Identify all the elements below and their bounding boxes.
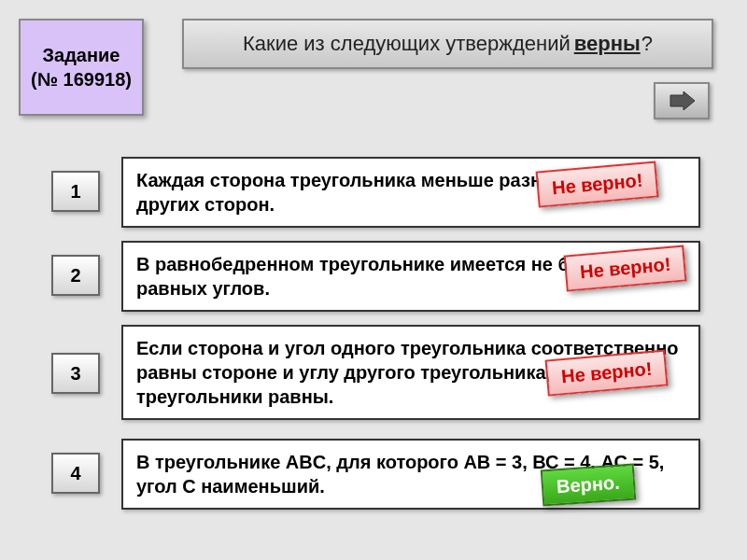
option-number: 2 [70,265,80,287]
option-number: 3 [70,363,80,385]
question-emph: верны [574,32,641,56]
badge-label: Не верно! [560,358,653,386]
option-button-1[interactable]: 1 [51,171,100,212]
arrow-right-icon [669,91,695,110]
option-button-4[interactable]: 4 [51,453,100,494]
option-button-2[interactable]: 2 [51,255,100,296]
task-number: (№ 169918) [31,67,132,91]
option-number: 4 [70,463,80,484]
option-number: 1 [70,181,80,203]
badge-label: Не верно! [551,170,643,198]
question-suffix: ? [641,32,653,56]
option-button-3[interactable]: 3 [51,353,100,394]
question-prefix: Какие из следующих утверждений [243,32,571,56]
question-bar: Какие из следующих утверждений верны ? [182,19,713,69]
badge-label: Верно. [556,472,620,497]
slide-stage: Задание (№ 169918) Какие из следующих ут… [0,0,747,560]
badge-correct-4: Верно. [541,464,636,507]
task-label: Задание [43,43,120,67]
badge-label: Не верно! [579,254,671,282]
task-box: Задание (№ 169918) [19,19,144,116]
next-button[interactable] [654,82,710,119]
svg-marker-0 [670,91,695,110]
